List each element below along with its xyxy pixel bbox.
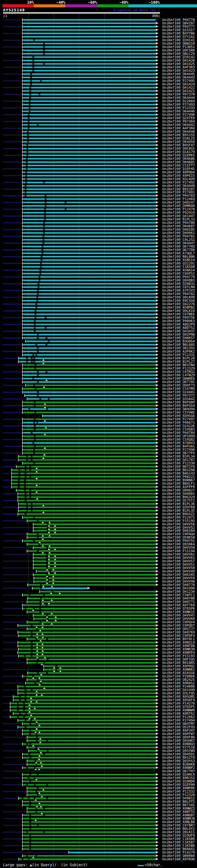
alignment-start-tick (18, 685, 18, 688)
subject-overhang (3, 297, 22, 298)
alignment-end-arrow-icon (156, 753, 159, 755)
alignment-bar (28, 808, 156, 809)
alignment-start-tick (27, 672, 28, 674)
alignment-end-arrow-icon (156, 171, 159, 173)
alignment-start-tick (18, 648, 19, 651)
alignment-start-tick (22, 49, 23, 52)
alignment-bar (19, 642, 156, 643)
subject-overhang (3, 365, 22, 366)
alignment-end-arrow-icon (156, 672, 159, 674)
alignment-start-tick (22, 330, 23, 333)
subject-gap-line (40, 267, 42, 267)
alignment-end-arrow-icon (156, 678, 159, 681)
subject-gap-line (37, 382, 39, 382)
alignment-end-arrow-icon (156, 445, 159, 447)
alignment-end-arrow-icon (156, 22, 159, 24)
alignment-end-arrow-icon (156, 489, 159, 491)
subject-gap-line (33, 423, 35, 423)
alignment-start-tick (18, 797, 19, 800)
alignment-row[interactable]: UniRef100_A9TKU6 (0, 858, 197, 861)
alignment-end-arrow-icon (156, 398, 159, 400)
alignment-bar (34, 530, 156, 531)
alignment-bar (23, 111, 156, 112)
alignment-end-arrow-icon (156, 688, 159, 691)
alignment-bar (23, 828, 156, 830)
alignment-end-arrow-icon (156, 194, 159, 197)
alignment-start-tick (22, 59, 23, 62)
alignment-start-tick (27, 627, 27, 630)
hit-label[interactable]: UniRef100_A9TKU6 (162, 858, 195, 861)
alignment-bar (23, 825, 156, 826)
alignment-bar (23, 425, 156, 427)
alignment-end-arrow-icon (156, 347, 159, 349)
alignment-end-arrow-icon (156, 675, 159, 677)
subject-overhang (3, 642, 17, 643)
alignment-end-arrow-icon (156, 614, 159, 616)
alignment-bar (23, 408, 156, 410)
alignment-start-tick (22, 367, 23, 370)
alignment-end-arrow-icon (156, 543, 159, 545)
subject-gap-line (37, 673, 39, 673)
alignment-start-tick (16, 465, 17, 468)
subject-gap-line (34, 784, 36, 785)
subject-gap-line (46, 741, 48, 741)
alignment-start-tick (22, 292, 23, 295)
alignment-start-tick (27, 597, 28, 600)
alignment-start-tick (27, 658, 27, 661)
subject-gap-line (28, 125, 30, 125)
alignment-start-tick (22, 350, 23, 353)
alignment-bar (23, 202, 156, 203)
alignment-end-arrow-icon (156, 73, 159, 75)
alignment-bar (19, 635, 156, 637)
alignment-bar (23, 87, 156, 88)
subject-gap-line (34, 778, 36, 778)
alignment-end-arrow-icon (156, 59, 159, 62)
subject-overhang (3, 128, 22, 129)
alignment-end-arrow-icon (156, 834, 159, 837)
alignment-end-arrow-icon (156, 306, 159, 309)
subject-overhang (3, 615, 32, 616)
subject-gap-line (35, 808, 37, 809)
alignment-bar (34, 615, 156, 616)
alignment-bar (28, 601, 156, 602)
alignment-start-tick (22, 418, 23, 421)
subject-gap-line (37, 392, 39, 392)
alignment-end-arrow-icon (156, 651, 159, 654)
alignment-bar (19, 358, 156, 359)
alignment-start-tick (22, 157, 23, 160)
alignment-start-tick (22, 452, 23, 455)
alignment-start-tick (18, 459, 19, 461)
alignment-end-arrow-icon (156, 211, 159, 214)
subject-gap-line (46, 673, 48, 673)
subject-overhang (3, 798, 18, 799)
alignment-end-arrow-icon (156, 800, 159, 803)
subject-gap-line (33, 453, 35, 453)
subject-gap-line (37, 290, 39, 291)
subject-gap-line (32, 57, 34, 57)
subject-gap-line (32, 64, 34, 64)
alignment-end-arrow-icon (156, 435, 159, 437)
subject-overhang (3, 46, 22, 48)
alignment-bar (23, 730, 156, 731)
alignment-end-arrow-icon (156, 600, 159, 603)
subject-overhang (3, 317, 22, 318)
alignment-start-tick (22, 462, 23, 465)
subject-overhang (3, 514, 17, 515)
alignment-start-tick (22, 431, 23, 434)
alignment-start-tick (18, 655, 19, 657)
alignment-end-arrow-icon (156, 184, 159, 187)
alignment-end-arrow-icon (156, 370, 159, 373)
alignment-start-tick (22, 753, 23, 755)
subject-gap-line (36, 662, 38, 663)
alignment-bar (23, 73, 156, 75)
alignment-end-arrow-icon (156, 181, 159, 184)
alignment-start-tick (22, 259, 23, 261)
alignment-end-arrow-icon (156, 25, 159, 28)
subject-gap-line (46, 575, 48, 575)
subject-gap-line (25, 186, 27, 186)
alignment-end-arrow-icon (156, 357, 159, 359)
alignment-end-arrow-icon (156, 360, 159, 363)
alignment-bar (23, 266, 156, 268)
subject-gap-line (34, 389, 36, 389)
subject-overhang (3, 439, 22, 440)
